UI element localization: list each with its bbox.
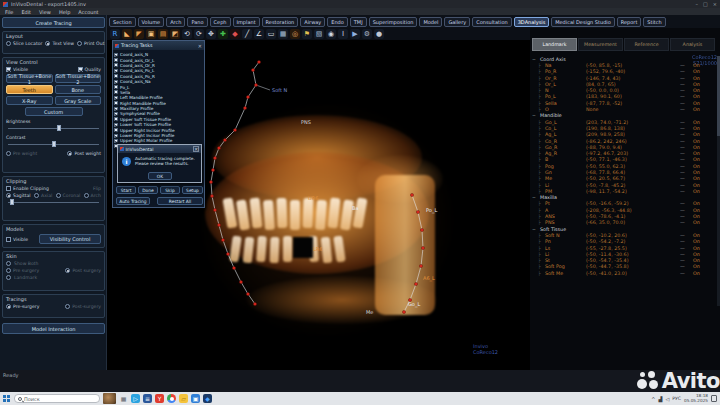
landmark-status[interactable]: On — [693, 69, 700, 74]
volume-icon[interactable]: ◁ — [665, 396, 669, 402]
task-checkbox[interactable] — [114, 58, 118, 62]
landmark-status[interactable]: On — [693, 132, 700, 137]
clip-plane-sagittal-radio[interactable] — [6, 193, 11, 198]
task-checkbox[interactable] — [114, 85, 118, 89]
tab-airway[interactable]: Airway — [300, 17, 325, 27]
landmark-status[interactable]: On — [693, 271, 700, 276]
grid-icon[interactable]: ▦ — [278, 29, 288, 39]
preset-gray-scale-button[interactable]: Gray Scale — [55, 96, 102, 105]
landmark-status[interactable]: On — [693, 258, 700, 263]
quality-checkbox[interactable] — [78, 67, 83, 72]
landmark-status[interactable]: On — [693, 183, 700, 188]
volume-bone-icon[interactable]: ◤ — [134, 29, 144, 39]
menu-item-edit[interactable]: Edit — [21, 9, 31, 15]
enable-clipping-checkbox[interactable] — [6, 186, 11, 191]
landmark-row[interactable]: ├Soft Me(-50, -41.0, 23.0)—On — [530, 270, 716, 276]
clip-plane-coronal-radio[interactable] — [56, 193, 61, 198]
landmark-status[interactable]: On — [693, 139, 700, 144]
task-checkbox[interactable] — [114, 112, 118, 116]
start-button[interactable]: Start — [116, 186, 136, 194]
panel-close-icon[interactable]: ✕ — [198, 43, 202, 49]
tab-pano[interactable]: Pano — [187, 17, 207, 27]
tab-restoration[interactable]: Restoration — [262, 17, 299, 27]
landmark-status[interactable]: On — [693, 214, 700, 219]
brightness-slider[interactable] — [8, 127, 99, 130]
tab-tmj[interactable]: TMJ — [350, 17, 367, 27]
layout-text-view-radio[interactable] — [45, 41, 50, 46]
visibility-control-button[interactable]: Visibility Control — [39, 234, 101, 244]
measure-ruler-icon[interactable]: ▭ — [266, 29, 276, 39]
task-checkbox[interactable] — [114, 134, 118, 138]
landmark-status[interactable]: On — [693, 157, 700, 162]
face-profile-icon[interactable]: ◩ — [170, 29, 180, 39]
tab-3danalysis[interactable]: 3DAnalysis — [514, 17, 550, 27]
tab-consultation[interactable]: Consultation — [472, 17, 511, 27]
volume-post-weight-radio[interactable] — [67, 151, 72, 156]
notification-icon[interactable] — [711, 395, 717, 402]
landmark-status[interactable]: On — [693, 164, 700, 169]
reset-view-icon[interactable]: R — [110, 29, 120, 39]
tracings-pre-surgery-radio[interactable] — [6, 304, 11, 309]
landmark-status[interactable]: On — [693, 264, 700, 269]
landmark-status[interactable]: On — [693, 88, 700, 93]
task-checkbox[interactable] — [114, 101, 118, 105]
target-icon[interactable]: ◉ — [326, 29, 336, 39]
clip-plane-axial-radio[interactable] — [34, 193, 39, 198]
measure-angle-icon[interactable]: ∠ — [254, 29, 264, 39]
maximize-icon[interactable]: □ — [703, 1, 708, 7]
draw-line-icon[interactable]: ╱ — [242, 29, 252, 39]
task-checkbox[interactable] — [114, 63, 118, 67]
tab-volume[interactable]: Volume — [138, 17, 165, 27]
landmark-point-icon[interactable]: ◆ — [230, 29, 240, 39]
landmark-status[interactable]: On — [693, 189, 700, 194]
panel-tab-landmark[interactable]: Landmark — [532, 38, 577, 51]
collapse-icon[interactable]: − — [532, 227, 536, 232]
landmark-status[interactable]: On — [693, 82, 700, 87]
skin-landmark-radio[interactable] — [6, 275, 11, 280]
profile-trace-icon[interactable]: ◎ — [290, 29, 300, 39]
skip-button[interactable]: Skip — [160, 186, 180, 194]
preset-bone-button[interactable]: Bone — [55, 85, 102, 94]
model-interaction-button[interactable]: Model Interaction — [2, 323, 105, 334]
landmark-status[interactable]: On — [693, 151, 700, 156]
settings-gear-icon[interactable]: ⚙ — [362, 29, 372, 39]
collapse-icon[interactable]: − — [532, 57, 536, 62]
task-checkbox[interactable] — [114, 74, 118, 78]
flag-icon[interactable]: ⚑ — [302, 29, 312, 39]
chrome-icon[interactable] — [167, 394, 176, 403]
run-icon[interactable]: ▶ — [350, 29, 360, 39]
task-checkbox[interactable] — [114, 69, 118, 73]
task-checkbox[interactable] — [114, 80, 118, 84]
custom-preset-button[interactable]: Custom — [25, 107, 83, 116]
editor-icon[interactable]: ◆ — [203, 394, 212, 403]
preset-x-ray-button[interactable]: X-Ray — [6, 96, 53, 105]
start-button-windows[interactable] — [3, 395, 11, 403]
tracing-tasks-titlebar[interactable]: Tracing Tasks ✕ — [113, 41, 204, 50]
auto-tracing-button[interactable]: Auto Tracing — [116, 197, 150, 205]
landmark-status[interactable]: On — [693, 107, 700, 112]
task-checkbox[interactable] — [114, 90, 118, 94]
menu-item-help[interactable]: Help — [59, 9, 70, 15]
landmark-status[interactable]: On — [693, 233, 700, 238]
clipping-slider[interactable] — [8, 201, 99, 204]
rotate-left-icon[interactable]: ⟲ — [182, 29, 192, 39]
task-checkbox[interactable] — [114, 96, 118, 100]
volume-xray-icon[interactable]: ▤ — [158, 29, 168, 39]
panel-tab-analysis[interactable]: Analysis — [670, 38, 715, 51]
skin-pre-surgery-radio[interactable] — [6, 268, 11, 273]
landmark-status[interactable]: On — [693, 76, 700, 81]
menu-item-view[interactable]: View — [39, 9, 51, 15]
volume-soft-tissue-icon[interactable]: ◣ — [122, 29, 132, 39]
landmark-status[interactable]: On — [693, 101, 700, 106]
task-checkbox[interactable] — [114, 107, 118, 111]
volume-pre-weight-radio[interactable] — [6, 151, 11, 156]
layout-slice-locator-radio[interactable] — [6, 41, 11, 46]
ok-button[interactable]: OK — [148, 172, 172, 180]
network-icon[interactable]: ▟ — [659, 396, 663, 402]
landmark-status[interactable]: On — [693, 220, 700, 225]
landmark-status[interactable]: On — [693, 246, 700, 251]
landmark-status[interactable]: On — [693, 170, 700, 175]
visible-checkbox[interactable] — [6, 67, 11, 72]
done-button[interactable]: Done — [138, 186, 158, 194]
docs-icon[interactable]: ≡ — [143, 394, 152, 403]
